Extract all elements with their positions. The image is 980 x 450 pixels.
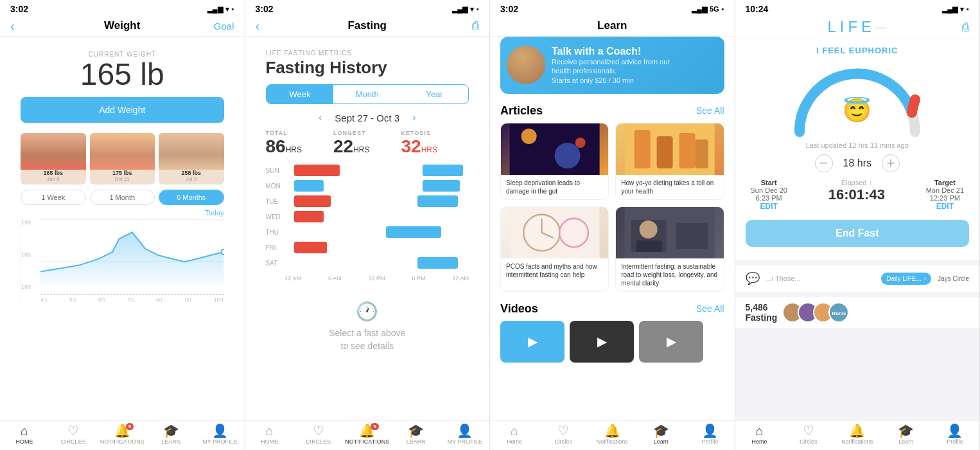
video-thumb-1[interactable]: ▶ — [500, 321, 564, 363]
back-button-1[interactable]: ‹ — [10, 19, 15, 33]
nav-bar-2: ‹ Fasting ⎙ — [245, 15, 490, 37]
video-thumb-3[interactable]: ▶ — [639, 321, 703, 363]
tab-profile-label-4: Profile — [947, 438, 963, 445]
tab-notifications-label-2: NOTIFICATIONS — [345, 438, 389, 445]
tab-home-label-3: Home — [507, 438, 522, 445]
target-date: Mon Dec 21 — [926, 186, 964, 194]
article-2[interactable]: How yo-yo dieting takes a toll on your h… — [615, 123, 724, 200]
fasting-screen: 3:02 ▂▄▆ ▾ ▪ ‹ Fasting ⎙ LIFE FASTING ME… — [245, 0, 491, 450]
x-label-6: 9/1 — [185, 297, 192, 303]
back-button-2[interactable]: ‹ — [256, 19, 260, 33]
tab-profile-3[interactable]: 👤 Profile — [685, 424, 734, 445]
tab-home-label-2: HOME — [261, 438, 278, 445]
notification-badge-2: 9 — [371, 423, 378, 430]
tab-circles-label-3: Circles — [554, 438, 572, 445]
coach-subtitle: Receive personalized advice from ourheal… — [552, 57, 715, 85]
day-label-tue: TUE — [266, 198, 285, 205]
feeling-label: I FEEL EUPHORIC — [816, 46, 898, 55]
learn-icon-2: 🎓 — [408, 424, 424, 437]
tab-notifications-4[interactable]: 🔔 Notifications — [833, 424, 882, 445]
stat-total: TOTAL 86HRS — [266, 130, 334, 157]
tab-circles-2[interactable]: ♡ CIRCLES — [294, 424, 343, 445]
photo-date-2: Oct 21 — [114, 176, 130, 182]
filter-1-month[interactable]: 1 Month — [90, 190, 155, 205]
coach-banner[interactable]: Talk with a Coach! Receive personalized … — [500, 37, 724, 94]
end-fast-button[interactable]: End Fast — [746, 220, 970, 247]
time-12am-2: 12 AM — [452, 275, 469, 282]
tab-year[interactable]: Year — [401, 85, 468, 104]
jays-circle-label[interactable]: Jays Circle — [938, 275, 969, 282]
tab-learn-2[interactable]: 🎓 LEARN — [392, 424, 441, 445]
tab-home-4[interactable]: ⌂ Home — [735, 424, 784, 445]
tab-home-3[interactable]: ⌂ Home — [490, 424, 539, 445]
x-label-2: 5/1 — [69, 297, 76, 303]
tab-circles-3[interactable]: ♡ Circles — [539, 424, 588, 445]
tab-notifications-2[interactable]: 9 🔔 NOTIFICATIONS — [343, 424, 392, 445]
status-bar-2: 3:02 ▂▄▆ ▾ ▪ — [245, 0, 490, 15]
circle-1-label[interactable]: ...l Those... — [766, 274, 875, 282]
filter-1-week[interactable]: 1 Week — [21, 190, 86, 205]
current-weight-value: 165 lb — [21, 58, 224, 92]
life-dash: — — [875, 21, 887, 34]
start-date: Sun Dec 20 — [751, 186, 787, 194]
next-week-button[interactable]: › — [412, 112, 416, 123]
tab-notifications-1[interactable]: 9 🔔 NOTIFICATIONS — [98, 424, 146, 445]
increase-hours-button[interactable]: + — [882, 154, 900, 172]
see-all-videos[interactable]: See All — [696, 303, 724, 314]
weight-photo-3[interactable]: 258 lbs Jul 3 — [159, 133, 224, 184]
share-button-4[interactable]: ⎙ — [962, 21, 969, 34]
life-l: L — [827, 18, 836, 36]
tab-circles-1[interactable]: ♡ CIRCLES — [49, 424, 98, 445]
fast-bar-tue-blue — [417, 195, 458, 207]
tab-home-1[interactable]: ⌂ HOME — [0, 424, 49, 445]
tab-learn-3[interactable]: 🎓 Learn — [636, 424, 685, 445]
add-weight-button[interactable]: Add Weight — [21, 97, 224, 123]
filter-6-months[interactable]: 6 Months — [159, 190, 224, 205]
tab-week[interactable]: Week — [267, 85, 334, 104]
decrease-hours-button[interactable]: − — [815, 154, 833, 172]
share-button-2[interactable]: ⎙ — [472, 19, 479, 33]
tab-month[interactable]: Month — [333, 85, 401, 104]
daily-life-pill[interactable]: Daily LIFE... › — [881, 273, 931, 285]
wifi-icon-2: ▾ — [470, 5, 474, 14]
tab-home-2[interactable]: ⌂ HOME — [245, 424, 294, 445]
tab-circles-4[interactable]: ♡ Circles — [784, 424, 833, 445]
see-all-articles[interactable]: See All — [696, 105, 724, 116]
profile-icon-3: 👤 — [702, 424, 718, 437]
target-edit-button[interactable]: EDIT — [926, 202, 964, 211]
profile-icon-1: 👤 — [212, 424, 228, 437]
start-block: Start Sun Dec 20 6:23 PM EDIT — [751, 179, 787, 211]
circles-icon-3: ♡ — [557, 424, 569, 437]
tab-profile-4[interactable]: 👤 Profile — [931, 424, 979, 445]
tab-learn-label-1: LEARN — [161, 438, 180, 445]
article-4[interactable]: Intermittent fasting: a sustainable road… — [615, 206, 724, 292]
wifi-icon-4: ▾ — [960, 5, 964, 14]
tab-circles-label-1: CIRCLES — [61, 438, 86, 445]
battery-icon-3: ▪ — [722, 5, 724, 13]
prev-week-button[interactable]: ‹ — [319, 112, 322, 123]
start-edit-button[interactable]: EDIT — [751, 202, 787, 211]
article-1[interactable]: Sleep deprivation leads to damage in the… — [500, 123, 609, 200]
date-range: Sept 27 - Oct 3 — [335, 113, 399, 123]
avatar-4: RonG — [828, 302, 849, 323]
tab-notifications-3[interactable]: 🔔 Notifications — [588, 424, 636, 445]
fast-row-mon: MON — [266, 180, 469, 192]
stat-longest: LONGEST 22HRS — [333, 130, 401, 157]
article-3[interactable]: PCOS facts and myths and how intermitten… — [500, 206, 609, 292]
tab-profile-1[interactable]: 👤 MY PROFILE — [195, 424, 244, 445]
y-label-185: 185 — [21, 251, 40, 258]
learn-icon-1: 🎓 — [163, 424, 179, 437]
article-thumb-3 — [501, 207, 608, 258]
goal-button[interactable]: Goal — [214, 21, 234, 32]
page-title-2: Fasting — [348, 19, 387, 32]
tab-profile-2[interactable]: 👤 MY PROFILE — [441, 424, 489, 445]
video-thumb-2[interactable]: ▶ — [570, 321, 634, 363]
weight-photo-2[interactable]: 175 lbs Oct 21 — [90, 133, 155, 184]
weight-photo-1[interactable]: 165 lbs Jan 8 — [21, 133, 86, 184]
day-label-sun: SUN — [266, 167, 285, 174]
tab-learn-1[interactable]: 🎓 LEARN — [146, 424, 195, 445]
tab-learn-4[interactable]: 🎓 Learn — [882, 424, 931, 445]
fast-bar-area-thu — [285, 226, 469, 238]
svg-rect-1 — [510, 123, 600, 175]
article-text-2: How yo-yo dieting takes a toll on your h… — [616, 175, 723, 199]
